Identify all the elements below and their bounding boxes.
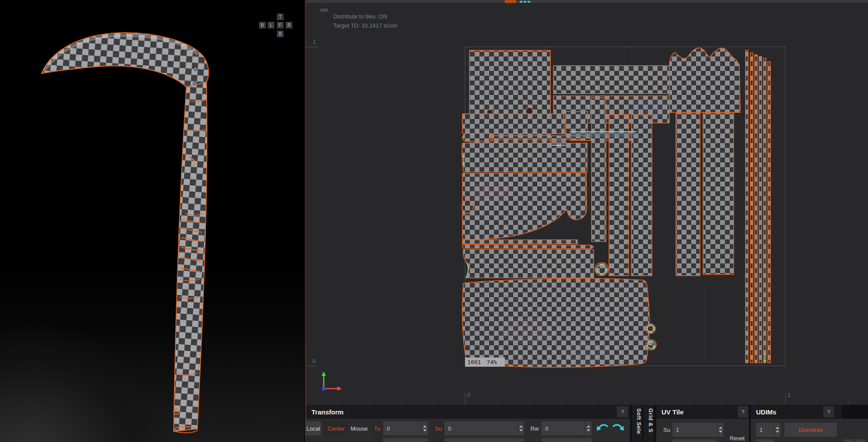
spinner-down-icon [719, 431, 722, 433]
uv-tile-su-spinner[interactable] [717, 423, 724, 437]
tu-input[interactable]: 0 [383, 421, 421, 435]
udims-help-button[interactable]: ? [823, 406, 834, 417]
uv-tile-su-input[interactable]: 1 [672, 423, 717, 437]
uv-islands[interactable] [462, 48, 770, 367]
toolbar-handle-dots-icon[interactable] [528, 1, 530, 3]
uv-island[interactable] [462, 245, 594, 249]
cropped-row-stub[interactable] [444, 438, 524, 442]
spinner-up-icon [587, 425, 590, 428]
rw-input[interactable]: 0 [542, 421, 584, 435]
ruler-tick [306, 366, 317, 366]
uv-island[interactable] [553, 66, 669, 94]
uv-axis-gizmo [317, 370, 352, 394]
transform-help-button[interactable]: ? [617, 406, 628, 417]
uv-island[interactable] [631, 115, 652, 276]
ruler-tick-major [465, 393, 466, 404]
rw-label: Rw [528, 421, 541, 435]
v-axis-arrow-icon [322, 372, 326, 376]
su-input[interactable]: 0 [444, 421, 517, 435]
cropped-row-stub[interactable] [305, 438, 321, 442]
viewcube-front-button[interactable]: F [277, 22, 284, 28]
uv-tile-panel-title: UV Tile [662, 408, 684, 416]
cropped-row-stub[interactable] [383, 438, 428, 442]
u-axis-arrow-icon [337, 386, 342, 391]
uv-tile-reset-button[interactable]: Reset [727, 434, 747, 442]
pivot-local-button[interactable]: Local [305, 421, 321, 435]
uv-tile-help-button[interactable]: ? [738, 406, 748, 417]
tu-spinner[interactable] [421, 421, 428, 435]
ruler-tick-minor [753, 400, 754, 404]
cropped-row-stub[interactable] [672, 439, 717, 442]
ruler-u-label-0: 0 [467, 392, 470, 398]
viewport-3d[interactable]: T B L F R B [0, 0, 304, 442]
ruler-u-label-1: 1 [788, 392, 791, 398]
uv-island-strip[interactable] [750, 53, 753, 363]
udims-count-input[interactable]: 1 [756, 423, 774, 437]
spinner-up-icon [776, 427, 779, 429]
uv-island[interactable] [676, 113, 700, 276]
pivot-mouse-button[interactable]: Mouse [349, 421, 369, 435]
uv-island-large[interactable] [462, 278, 650, 367]
toolbar-handle-dots-icon[interactable] [520, 1, 522, 3]
transform-panel-title: Transform [312, 408, 343, 416]
cropped-row-stub[interactable] [756, 439, 774, 442]
undo-button[interactable] [597, 422, 609, 433]
uv-island[interactable] [462, 143, 587, 172]
uv-island[interactable] [490, 136, 584, 140]
undo-icon [599, 425, 608, 428]
udims-count-spinner[interactable] [774, 423, 780, 437]
uv-island-strip[interactable] [763, 58, 766, 363]
uv-islands-canvas[interactable] [461, 42, 790, 370]
udim-number: 1001 [467, 359, 481, 365]
rw-spinner[interactable] [584, 421, 592, 435]
uv-island[interactable] [609, 115, 629, 276]
cropped-row-stub[interactable] [433, 438, 444, 442]
uv-island[interactable] [463, 249, 594, 278]
viewcube-bottom-button[interactable]: B [277, 31, 284, 37]
uv-island[interactable] [462, 114, 565, 134]
ruler-tick-minor [337, 400, 337, 404]
origin-dot-icon [322, 387, 326, 391]
uv-island-strip[interactable] [759, 56, 762, 363]
unit-label: cm [320, 7, 328, 13]
tab-grid-snap[interactable]: Grid & S [644, 405, 654, 442]
viewcube-back-button[interactable]: B [259, 22, 266, 28]
uv-island[interactable] [462, 200, 473, 214]
uv-island[interactable] [703, 113, 734, 274]
uv-island[interactable] [462, 133, 494, 141]
tab-soft-selection[interactable]: Soft Sele [632, 405, 642, 442]
udim-tile-badge: 1001 74% [465, 358, 505, 367]
viewcube-left-button[interactable]: L [268, 22, 274, 28]
uv-island[interactable] [462, 240, 578, 244]
ruler-tick-minor [657, 400, 658, 404]
uv-tile-panel-header[interactable]: UV Tile [656, 405, 749, 419]
model-blade[interactable] [42, 33, 209, 90]
distribute-button[interactable]: Distribute [784, 423, 837, 437]
model-3d-sickle[interactable] [0, 0, 304, 442]
uv-island-strip[interactable] [755, 55, 757, 363]
transform-panel-header[interactable]: Transform [306, 405, 630, 419]
viewcube-top-button[interactable]: T [277, 14, 284, 20]
app-window: T B L F R B cm Distribute to tiles: ON T… [0, 0, 868, 442]
cropped-row-stub[interactable] [844, 439, 853, 442]
uv-island-crown[interactable] [669, 48, 740, 112]
uv-island-strip[interactable] [768, 62, 770, 363]
toolbar-handle-dots-icon[interactable] [524, 1, 526, 3]
uv-island[interactable] [592, 98, 606, 242]
spinner-up-icon [719, 427, 722, 429]
status-distribute-tiles: Distribute to tiles: ON [333, 13, 387, 20]
ruler-tick-minor [817, 400, 818, 404]
cropped-row-stub[interactable] [542, 438, 592, 442]
pivot-center-button[interactable]: Center [324, 421, 348, 435]
cropped-row-stub[interactable] [372, 438, 382, 442]
ruler-tick-minor [433, 400, 434, 404]
viewcube-right-button[interactable]: R [286, 22, 292, 28]
uv-island-strip[interactable] [746, 50, 748, 363]
spinner-down-icon [587, 429, 590, 431]
model-handle[interactable] [174, 82, 207, 431]
redo-button[interactable] [612, 422, 624, 433]
cropped-row-stub[interactable] [855, 439, 865, 442]
toolbar-active-tool-icon[interactable] [505, 0, 516, 3]
su-spinner[interactable] [517, 421, 524, 435]
ruler-tick-minor [529, 400, 529, 404]
